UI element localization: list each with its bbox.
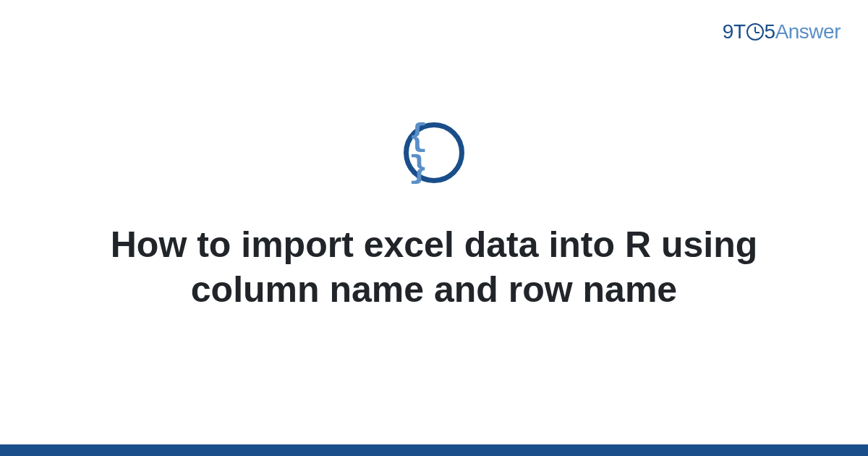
code-braces-icon: { }: [404, 122, 464, 183]
footer-accent-bar: [0, 444, 868, 456]
page-title: How to import excel data into R using co…: [72, 222, 796, 313]
main-content: { } How to import excel data into R usin…: [0, 0, 868, 456]
braces-glyph: { }: [409, 121, 459, 185]
